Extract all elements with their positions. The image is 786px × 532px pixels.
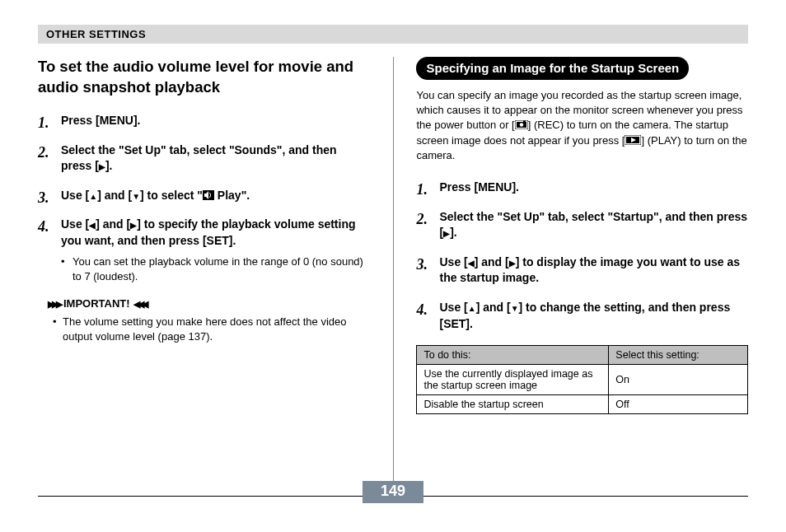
step-text: Press [MENU]. <box>61 114 140 127</box>
settings-table: To do this: Select this setting: Use the… <box>416 345 748 414</box>
speaker-icon <box>203 189 214 198</box>
table-row: Disable the startup screen Off <box>417 395 748 414</box>
right-steps: Press [MENU]. Select the "Set Up" tab, s… <box>416 180 748 332</box>
table-header-row: To do this: Select this setting: <box>417 346 748 365</box>
table-header: To do this: <box>417 346 609 365</box>
step-text: ] to select " <box>140 189 203 202</box>
svg-point-3 <box>520 124 523 127</box>
step-text: ]. <box>105 159 113 172</box>
right-heading-pill: Specifying an Image for the Startup Scre… <box>416 57 689 80</box>
step-note: You can set the playback volume in the r… <box>61 254 370 284</box>
two-column-layout: To set the audio volume level for movie … <box>38 57 748 483</box>
table-header: Select this setting: <box>609 346 748 365</box>
right-arrow-icon <box>509 255 516 268</box>
step-text: ] and [ <box>476 301 511 314</box>
step-text: Use [ <box>439 301 467 314</box>
section-header: OTHER SETTINGS <box>38 25 748 44</box>
right-arrow-icon <box>99 159 105 172</box>
step-text: ] and [ <box>475 255 509 268</box>
up-arrow-icon <box>89 189 97 202</box>
page-number: 149 <box>363 481 423 503</box>
step-text: Use [ <box>61 189 89 202</box>
step: Use [] and [] to specify the playback vo… <box>38 217 370 284</box>
left-steps: Press [MENU]. Select the "Set Up" tab, s… <box>38 113 370 284</box>
step-note-list: You can set the playback volume in the r… <box>61 254 370 284</box>
table-cell: Off <box>609 395 748 414</box>
right-arrow-icon <box>443 226 450 239</box>
step: Press [MENU]. <box>416 180 748 196</box>
column-divider <box>393 57 394 483</box>
important-label: IMPORTANT! <box>48 297 370 310</box>
important-text: The volume setting you make here does no… <box>48 315 370 344</box>
step: Use [] and [] to select " Play". <box>38 188 370 204</box>
step-text: Select the "Set Up" tab, select "Startup… <box>439 210 747 240</box>
right-column: Specifying an Image for the Startup Scre… <box>416 57 748 483</box>
manual-page: OTHER SETTINGS To set the audio volume l… <box>0 0 786 532</box>
page-footer: 149 <box>38 496 748 516</box>
play-icon <box>625 134 641 144</box>
left-title: To set the audio volume level for movie … <box>38 57 370 98</box>
right-intro: You can specify an image you recorded as… <box>416 88 748 163</box>
up-arrow-icon <box>468 301 476 314</box>
table-row: Use the currently displayed image as the… <box>417 365 748 395</box>
important-block: IMPORTANT! The volume setting you make h… <box>38 297 370 344</box>
step: Use [] and [] to display the image you w… <box>416 254 748 287</box>
down-arrow-icon <box>511 301 519 314</box>
step-text: ] and [ <box>96 217 130 231</box>
step-text: Use [ <box>439 255 467 268</box>
step-text: Press [MENU]. <box>439 180 518 194</box>
left-arrow-icon <box>468 255 475 268</box>
step: Press [MENU]. <box>38 113 370 129</box>
step-text: Use [ <box>61 217 89 231</box>
step: Select the "Set Up" tab, select "Startup… <box>416 209 748 241</box>
table-cell: On <box>609 365 748 395</box>
step: Select the "Set Up" tab, select "Sounds"… <box>38 142 370 175</box>
step-text: ] and [ <box>97 189 132 202</box>
step-text: ]. <box>450 226 457 239</box>
left-column: To set the audio volume level for movie … <box>38 57 370 483</box>
down-arrow-icon <box>132 189 140 202</box>
camera-icon <box>515 119 528 128</box>
table-cell: Disable the startup screen <box>417 395 609 414</box>
step: Use [] and [] to change the setting, and… <box>416 300 748 332</box>
svg-rect-4 <box>523 121 526 123</box>
step-text: Play". <box>214 189 250 202</box>
table-cell: Use the currently displayed image as the… <box>417 365 609 395</box>
